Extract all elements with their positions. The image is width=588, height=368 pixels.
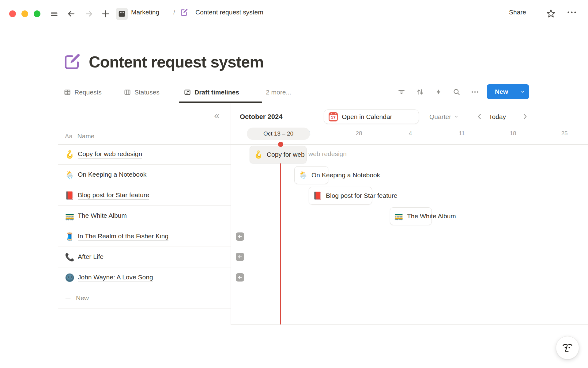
table-row[interactable]: 📞 After Life <box>58 247 231 267</box>
lightning-icon <box>435 88 442 96</box>
automations-button[interactable] <box>434 88 443 96</box>
column-name-label: Name <box>77 132 94 140</box>
row-title[interactable]: The White Album <box>78 212 127 220</box>
row-title[interactable]: Blog post for Star feature <box>78 191 149 200</box>
close-window-button[interactable] <box>9 10 16 17</box>
row-title[interactable]: Copy for web redesign <box>78 150 142 159</box>
help-button[interactable] <box>556 336 579 359</box>
bar-overflow-text: web redesign <box>308 150 347 158</box>
timeline-bar-copy-for-web-redesign[interactable]: 🪝 Copy for web redesign <box>250 146 307 163</box>
open-in-calendar-button[interactable]: 17 Open in Calendar <box>324 109 419 124</box>
scroll-to-bar-button[interactable] <box>236 253 244 261</box>
bar-title: The White Album <box>407 213 456 220</box>
new-page-button[interactable] <box>101 10 110 18</box>
forward-button[interactable] <box>85 10 93 18</box>
timeline-bar-blog-post-for-star-feature[interactable]: 📕 Blog post for Star feature <box>309 187 372 205</box>
arrow-left-icon <box>67 10 76 18</box>
chevron-down-icon <box>454 114 458 119</box>
scroll-to-bar-button[interactable] <box>236 273 244 282</box>
date-tick: 25 <box>555 130 574 137</box>
search-button[interactable] <box>452 88 461 96</box>
sort-button[interactable] <box>416 88 424 96</box>
today-marker-line <box>280 144 281 324</box>
table-column-header[interactable]: Aa Name <box>58 128 231 144</box>
notion-face-icon <box>561 341 574 355</box>
window-more-button[interactable] <box>567 10 577 14</box>
filter-button[interactable] <box>397 88 406 96</box>
breadcrumb-teamspace[interactable]: Marketing <box>131 0 159 25</box>
zoom-level-label: Quarter <box>429 113 451 121</box>
table-row[interactable]: 🪝 Copy for web redesign <box>58 144 231 165</box>
previous-period-button[interactable] <box>475 112 484 121</box>
chevron-left-icon <box>475 112 484 121</box>
tab-label: Requests <box>74 89 102 96</box>
row-title[interactable]: On Keeping a Notebook <box>78 171 146 179</box>
filter-icon <box>398 88 405 96</box>
page-title[interactable]: Content request system <box>89 53 263 71</box>
row-emoji-hook: 🪝 <box>65 151 74 158</box>
back-button[interactable] <box>67 10 76 18</box>
week-range-pill[interactable]: Oct 13 – 20 <box>247 128 310 140</box>
breadcrumb-page[interactable]: Content request system <box>195 0 263 25</box>
breadcrumb-teamspace-chip[interactable] <box>116 8 128 20</box>
month-boundary-gridline <box>388 144 388 324</box>
timeline-bar-the-white-album[interactable]: 🚃 The White Album <box>390 207 432 225</box>
tab-label: 2 more... <box>266 89 291 96</box>
minimize-window-button[interactable] <box>21 10 28 17</box>
today-marker-dot <box>278 142 283 147</box>
active-tab-underline <box>179 102 262 103</box>
arrow-left-icon <box>237 275 243 280</box>
table-row[interactable]: 🌚 John Wayne: A Love Song <box>58 267 231 288</box>
bar-emoji-red-book: 📕 <box>313 192 322 199</box>
tabs-divider <box>58 103 588 103</box>
view-options-button[interactable] <box>471 88 479 96</box>
timeline-left-border <box>231 103 231 325</box>
today-button[interactable]: Today <box>489 109 506 124</box>
bar-title: On Keeping a Notebook <box>311 171 380 179</box>
search-icon <box>453 88 461 96</box>
date-tick: 4 <box>401 130 420 137</box>
zoom-window-button[interactable] <box>34 10 40 17</box>
tab-requests[interactable]: Requests <box>64 88 102 97</box>
share-button[interactable]: Share <box>509 0 526 25</box>
sidebar-menu-button[interactable] <box>50 10 58 18</box>
scroll-to-bar-button[interactable] <box>236 232 244 241</box>
plus-icon <box>64 294 72 302</box>
collapse-table-button[interactable]: « <box>211 110 222 121</box>
open-in-calendar-label: Open in Calendar <box>342 113 392 121</box>
tab-draft-timelines[interactable]: Draft timelines <box>184 88 239 97</box>
row-title[interactable]: In The Realm of the Fisher King <box>78 232 168 241</box>
table-row[interactable]: 🚃 The White Album <box>58 206 231 226</box>
table-row[interactable]: 🧵 In The Realm of the Fisher King <box>58 226 231 247</box>
tab-more[interactable]: 2 more... <box>266 88 291 97</box>
add-row-button[interactable]: New <box>58 288 231 309</box>
table-row[interactable]: 🌦️ On Keeping a Notebook <box>58 165 231 185</box>
ellipsis-icon <box>567 10 577 14</box>
teamspace-icon <box>118 10 126 18</box>
new-button-group: New <box>487 84 529 99</box>
row-emoji-tram: 🚃 <box>65 212 74 220</box>
timeline-view-icon <box>184 89 191 96</box>
new-dropdown-button[interactable] <box>516 84 529 99</box>
page-memo-icon <box>180 8 188 16</box>
window-titlebar: Marketing / Content request system Share <box>0 0 588 25</box>
next-period-button[interactable] <box>521 112 529 121</box>
row-title[interactable]: After Life <box>78 253 104 261</box>
row-emoji-thread: 🧵 <box>65 233 74 240</box>
breadcrumb-separator: / <box>173 0 175 25</box>
board-view-icon <box>124 89 131 96</box>
row-emoji-sun-rain-cloud: 🌦️ <box>65 171 74 179</box>
table-row[interactable]: 📕 Blog post for Star feature <box>58 185 231 206</box>
new-button[interactable]: New <box>487 84 516 99</box>
bar-title: Copy for web redesign <box>267 151 307 158</box>
text-property-icon: Aa <box>65 133 72 140</box>
table-view-icon <box>64 89 71 96</box>
bar-emoji-tram: 🚃 <box>394 213 403 220</box>
row-title[interactable]: John Wayne: A Love Song <box>78 274 153 282</box>
timeline-zoom-select[interactable]: Quarter <box>429 109 458 124</box>
timeline-bar-on-keeping-a-notebook[interactable]: 🌦️ On Keeping a Notebook <box>294 166 328 184</box>
bar-emoji-hook: 🪝 <box>254 151 263 158</box>
favorite-button[interactable] <box>546 9 556 18</box>
page-memo-icon-large[interactable] <box>63 53 81 71</box>
tab-statuses[interactable]: Statuses <box>124 88 160 97</box>
